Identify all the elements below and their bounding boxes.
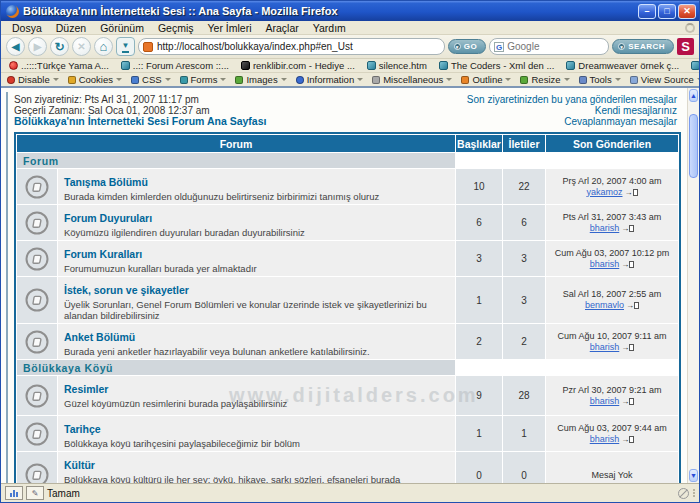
restore-button[interactable]: □ <box>658 4 676 19</box>
menu-yerimleri[interactable]: Yer İmleri <box>201 22 259 34</box>
goto-last-post-icon[interactable]: → <box>621 223 634 234</box>
goto-last-post-icon[interactable]: → <box>621 396 634 407</box>
statusbar-chart-icon[interactable] <box>5 486 23 500</box>
goto-last-post-icon[interactable]: → <box>626 300 639 311</box>
folder-icon <box>17 241 57 276</box>
devtoolbar-item-information[interactable]: Information <box>296 74 364 85</box>
throbber-icon <box>685 23 695 33</box>
resize-grip[interactable] <box>693 489 695 497</box>
section-title[interactable]: Bölükkaya Köyü <box>17 360 455 375</box>
bookmark-item[interactable]: ..:: Forum Arescom ::... <box>121 60 229 71</box>
dropdown-arrow-icon <box>165 78 171 81</box>
goto-last-post-icon[interactable]: → <box>621 259 634 270</box>
dropdown-arrow-icon <box>220 78 226 81</box>
bookmark-icon <box>691 61 699 70</box>
statusbar-edit-icon[interactable]: ✎ <box>26 486 44 500</box>
go-button[interactable]: ▾GO <box>448 39 486 54</box>
menu-gecmis[interactable]: Geçmiş <box>151 22 201 34</box>
forum-row: Forum KurallarıForumumuzun kuralları bur… <box>17 241 678 276</box>
folder-icon <box>17 169 57 204</box>
devtoolbar-item-css[interactable]: CSS <box>131 74 171 85</box>
images-icon <box>235 76 243 84</box>
forum-link[interactable]: Resimler <box>64 383 108 395</box>
dropdown-arrow-icon <box>615 78 621 81</box>
forum-link[interactable]: Kültür <box>64 459 95 471</box>
forum-link[interactable]: Tanışma Bölümü <box>64 176 148 188</box>
last-post-cell: Pts Arl 31, 2007 3:43 ambharish→ <box>546 205 678 240</box>
devtoolbar-item-tools[interactable]: Tools <box>579 74 621 85</box>
last-post-user-link[interactable]: bharish <box>590 342 620 352</box>
firefox-window: Bölükkaya'nın İnternetteki Sesi :: Ana S… <box>0 0 700 503</box>
menu-araclar[interactable]: Araçlar <box>258 22 305 34</box>
section-title[interactable]: Forum <box>17 153 455 168</box>
url-input[interactable] <box>157 41 440 52</box>
forum-link[interactable]: Forum Duyuruları <box>64 212 152 224</box>
outline-icon <box>461 76 469 84</box>
devtoolbar-item-forms[interactable]: Forms <box>180 74 227 85</box>
last-post-cell: Pzr Arl 30, 2007 9:21 ambharish→ <box>546 376 678 415</box>
last-post-user-link[interactable]: bharish <box>590 434 620 444</box>
devtoolbar-item-resize[interactable]: Resize <box>520 74 569 85</box>
bookmark-item[interactable]: silence.htm <box>367 60 427 71</box>
section-blank <box>456 360 678 375</box>
scrollbar-thumb[interactable] <box>689 114 698 178</box>
adblock-status-icon[interactable] <box>678 488 689 499</box>
devtoolbar-item-images[interactable]: Images <box>235 74 286 85</box>
forum-link[interactable]: Forum Kuralları <box>64 248 142 260</box>
bookmark-item[interactable]: ..::::Türkçe Yama A... <box>9 60 109 71</box>
bookmark-item[interactable]: renklibir.com - Hediye ... <box>241 60 355 71</box>
last-post-date: Cum Ağu 10, 2007 9:11 am <box>558 331 667 342</box>
search-input[interactable] <box>507 41 604 52</box>
home-button[interactable] <box>94 37 113 56</box>
link-own-posts[interactable]: Kendi mesajlarınız <box>467 105 677 116</box>
last-post-user-link[interactable]: bharish <box>590 223 620 233</box>
google-icon: G <box>494 42 504 52</box>
devtoolbar-item-view-source[interactable]: View Source <box>630 74 699 85</box>
forum-link[interactable]: Anket Bölümü <box>64 331 135 343</box>
last-post-user-link[interactable]: bharish <box>590 396 620 406</box>
scroll-down-button[interactable]: ▼ <box>689 469 698 482</box>
forum-link[interactable]: İstek, sorun ve şikayetler <box>64 284 189 296</box>
forum-description: Köyümüzü ilgilendiren duyuruları buradan… <box>64 227 449 238</box>
goto-last-post-icon[interactable]: → <box>625 187 638 198</box>
bookmark-item[interactable]: Dreamweaver örnek ç... <box>566 60 679 71</box>
menu-duzen[interactable]: Düzen <box>49 22 93 34</box>
vertical-scrollbar[interactable]: ▲ ▼ <box>687 88 699 483</box>
last-post-user-link[interactable]: benmavlo <box>585 300 624 310</box>
devtoolbar-item-cookies[interactable]: Cookies <box>68 74 122 85</box>
firefox-icon <box>6 5 19 18</box>
minimize-button[interactable]: – <box>638 4 656 19</box>
link-new-posts[interactable]: Son ziyaretinizden bu yana gönderilen me… <box>467 94 677 105</box>
bookmark-item[interactable]: Webmaster Sitesi - w... <box>691 60 699 71</box>
header-posts: İletiler <box>503 135 545 152</box>
close-button[interactable]: ✕ <box>678 4 696 19</box>
dropdown-arrow-icon <box>53 78 59 81</box>
forms-icon <box>180 76 188 84</box>
forum-row: Forum DuyurularıKöyümüzü ilgilendiren du… <box>17 205 678 240</box>
forum-link[interactable]: Tarihçe <box>64 423 101 435</box>
forward-button[interactable] <box>28 37 47 56</box>
goto-last-post-icon[interactable]: → <box>621 342 634 353</box>
section-row: Bölükkaya Köyü <box>17 360 678 375</box>
view-source-icon <box>630 76 638 84</box>
last-post-user-link[interactable]: bharish <box>590 259 620 269</box>
devtoolbar-item-outline[interactable]: Outline <box>461 74 511 85</box>
menu-dosya[interactable]: Dosya <box>5 22 49 34</box>
scroll-up-button[interactable]: ▲ <box>689 89 698 102</box>
cookies-icon <box>68 76 76 84</box>
link-unanswered-posts[interactable]: Cevaplanmayan mesajlar <box>467 116 677 127</box>
search-button[interactable]: ▾SEARCH <box>612 39 674 54</box>
bookmark-item[interactable]: The Coders - Xml den ... <box>439 60 554 71</box>
downloads-button[interactable] <box>116 37 135 56</box>
devtoolbar-item-miscellaneous[interactable]: Miscellaneous <box>372 74 452 85</box>
last-post-cell: Cum Ağu 03, 2007 10:12 pmbharish→ <box>546 241 678 276</box>
stop-button[interactable] <box>72 37 91 56</box>
forum-description: Üyelik Sorunları, Genel Forum Bölümleri … <box>64 299 449 321</box>
reload-button[interactable] <box>50 37 69 56</box>
back-button[interactable] <box>6 37 25 56</box>
devtoolbar-item-disable[interactable]: Disable <box>7 74 59 85</box>
goto-last-post-icon[interactable]: → <box>621 434 634 445</box>
menu-gorunum[interactable]: Görünüm <box>93 22 151 34</box>
last-post-user-link[interactable]: yakamoz <box>586 187 622 197</box>
menu-yardim[interactable]: Yardım <box>306 22 353 34</box>
